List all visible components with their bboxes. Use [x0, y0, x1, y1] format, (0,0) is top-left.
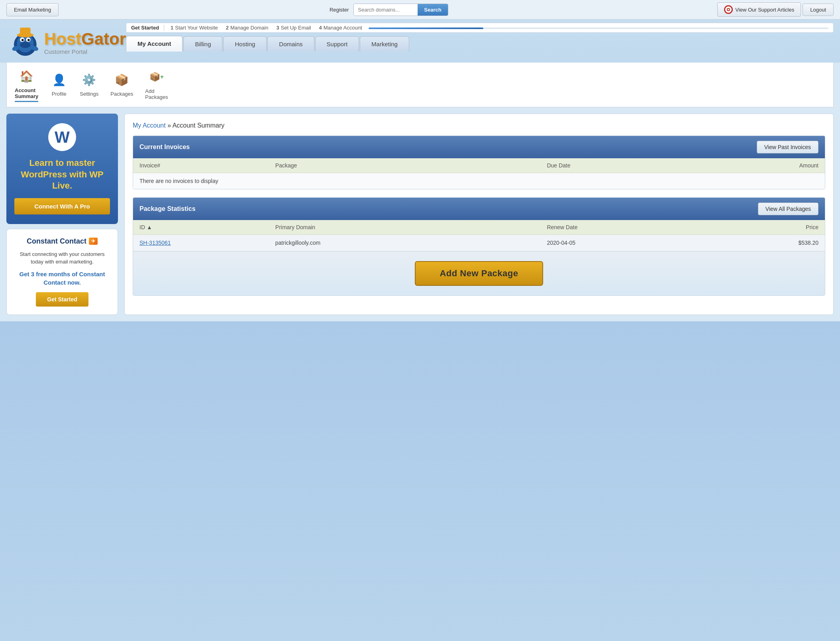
subnav-packages[interactable]: 📦 Packages	[110, 71, 133, 98]
packages-table-header: ID ▲ Primary Domain Renew Date Price	[133, 220, 825, 235]
invoices-table-header: Invoice# Package Due Date Amount	[133, 158, 825, 173]
profile-icon: 👤	[50, 71, 68, 88]
invoices-empty-row: There are no invoices to display	[133, 173, 825, 189]
invoices-title: Current Invoices	[139, 144, 190, 151]
logo-subtitle: Customer Portal	[44, 48, 126, 55]
email-marketing-link[interactable]: Email Marketing	[6, 3, 59, 16]
content-wrapper: 🏠 AccountSummary 👤 Profile ⚙️ Settings 📦…	[0, 63, 840, 321]
tab-domains[interactable]: Domains	[267, 36, 314, 51]
connect-with-pro-button[interactable]: Connect With A Pro	[14, 198, 110, 214]
logo-text-area: HostGator Customer Portal	[44, 31, 126, 55]
view-all-packages-button[interactable]: View All Packages	[758, 203, 818, 215]
breadcrumb-current: Account Summary	[173, 122, 225, 129]
domain-search-bar: Search	[353, 4, 448, 16]
main-nav: My Account Billing Hosting Domains Suppo…	[126, 36, 834, 51]
logo-host-text: Host	[44, 29, 81, 48]
subnav-profile[interactable]: 👤 Profile	[50, 71, 68, 98]
invoice-col-amount: Amount	[683, 162, 818, 169]
gator-logo-icon	[6, 23, 44, 63]
subnav-profile-label: Profile	[52, 91, 67, 97]
tab-billing[interactable]: Billing	[183, 36, 222, 51]
current-invoices-section: Current Invoices View Past Invoices Invo…	[133, 136, 825, 189]
package-renew-date: 2020-04-05	[547, 240, 683, 246]
subnav-add-packages[interactable]: 📦+ AddPackages	[145, 68, 168, 102]
tab-marketing[interactable]: Marketing	[360, 36, 409, 51]
invoice-col-package: Package	[275, 162, 547, 169]
sub-nav-bar: 🏠 AccountSummary 👤 Profile ⚙️ Settings 📦…	[6, 63, 834, 107]
wp-ad: W Learn to master WordPress with WP Live…	[6, 114, 118, 224]
progress-bar	[369, 28, 828, 29]
pkg-col-renew: Renew Date	[547, 224, 683, 230]
domain-search-button[interactable]: Search	[418, 4, 447, 16]
pkg-col-price: Price	[683, 224, 818, 230]
view-past-invoices-button[interactable]: View Past Invoices	[757, 141, 818, 153]
get-started-steps: 1 Start Your Website 2 Manage Domain 3 S…	[171, 25, 362, 31]
step-2: 2 Manage Domain	[226, 25, 269, 31]
constant-contact-ad: Constant Contact ✈ Start connecting with…	[6, 229, 118, 315]
subnav-packages-label: Packages	[110, 91, 133, 97]
main-panel: My Account » Account Summary Current Inv…	[124, 114, 834, 315]
subnav-settings-label: Settings	[80, 91, 98, 97]
progress-bar-fill	[369, 28, 484, 29]
svg-point-4	[22, 39, 24, 41]
cc-logo-text: Constant Contact	[27, 237, 86, 246]
breadcrumb: My Account » Account Summary	[133, 122, 825, 129]
package-domain: patrickgillooly.com	[275, 240, 547, 246]
register-link[interactable]: Register	[328, 4, 350, 16]
lifesaver-icon	[724, 5, 733, 14]
subnav-account-summary-label: AccountSummary	[15, 87, 38, 99]
svg-point-6	[20, 42, 30, 48]
pkg-col-domain: Primary Domain	[275, 224, 547, 230]
header-right: Get Started 1 Start Your Website 2 Manag…	[126, 23, 834, 51]
logo-gator-text: Gator	[81, 29, 126, 48]
tab-hosting[interactable]: Hosting	[223, 36, 267, 51]
package-price: $538.20	[683, 240, 818, 246]
settings-icon: ⚙️	[80, 71, 98, 88]
add-new-package-button[interactable]: Add New Package	[415, 261, 543, 286]
invoices-header: Current Invoices View Past Invoices	[133, 136, 825, 158]
cc-logo-icon: ✈	[89, 238, 98, 245]
package-row: SH-3135061 patrickgillooly.com 2020-04-0…	[133, 235, 825, 251]
tab-my-account[interactable]: My Account	[126, 36, 183, 51]
step-3: 3 Set Up Email	[276, 25, 311, 31]
pkg-col-id: ID ▲	[139, 224, 275, 230]
svg-rect-8	[20, 28, 30, 36]
package-statistics-section: Package Statistics View All Packages ID …	[133, 197, 825, 296]
top-bar-center: Register Search	[328, 4, 448, 16]
svg-point-5	[27, 39, 30, 41]
sidebar: W Learn to master WordPress with WP Live…	[6, 114, 118, 315]
cc-get-started-button[interactable]: Get Started	[36, 292, 88, 307]
tab-support[interactable]: Support	[315, 36, 359, 51]
wordpress-logo-icon: W	[48, 123, 76, 151]
packages-title: Package Statistics	[139, 205, 196, 212]
cc-body-text: Start connecting with your customers tod…	[15, 250, 110, 266]
logo-area: HostGator Customer Portal	[6, 23, 126, 63]
support-link[interactable]: View Our Support Articles	[717, 2, 801, 17]
house-icon: 🏠	[18, 67, 35, 85]
header: HostGator Customer Portal Get Started 1 …	[0, 20, 840, 63]
top-bar-right: View Our Support Articles Logout	[717, 2, 834, 17]
invoice-col-due-date: Due Date	[547, 162, 683, 169]
top-bar: Email Marketing Register Search View Our…	[0, 0, 840, 20]
invoices-empty-message: There are no invoices to display	[139, 178, 818, 184]
get-started-bar: Get Started 1 Start Your Website 2 Manag…	[126, 23, 834, 33]
subnav-add-packages-label: AddPackages	[145, 88, 168, 100]
main-content-area: W Learn to master WordPress with WP Live…	[6, 114, 834, 315]
packages-icon: 📦	[113, 71, 131, 88]
cc-promo-text: Get 3 free months of Constant Contact no…	[15, 270, 110, 287]
step-4: 4 Manage Account	[319, 25, 362, 31]
step-1: 1 Start Your Website	[171, 25, 218, 31]
package-id-link[interactable]: SH-3135061	[139, 240, 275, 246]
packages-header: Package Statistics View All Packages	[133, 198, 825, 220]
logout-button[interactable]: Logout	[803, 4, 834, 16]
get-started-label: Get Started	[131, 25, 164, 31]
subnav-account-summary[interactable]: 🏠 AccountSummary	[15, 67, 38, 102]
invoice-col-num: Invoice#	[139, 162, 275, 169]
domain-search-input[interactable]	[354, 4, 418, 16]
top-bar-left: Email Marketing	[6, 3, 59, 16]
breadcrumb-link[interactable]: My Account	[133, 122, 166, 129]
subnav-settings[interactable]: ⚙️ Settings	[80, 71, 98, 98]
logo-title: HostGator	[44, 31, 126, 47]
add-package-row: Add New Package	[133, 251, 825, 295]
breadcrumb-separator: »	[167, 122, 172, 129]
